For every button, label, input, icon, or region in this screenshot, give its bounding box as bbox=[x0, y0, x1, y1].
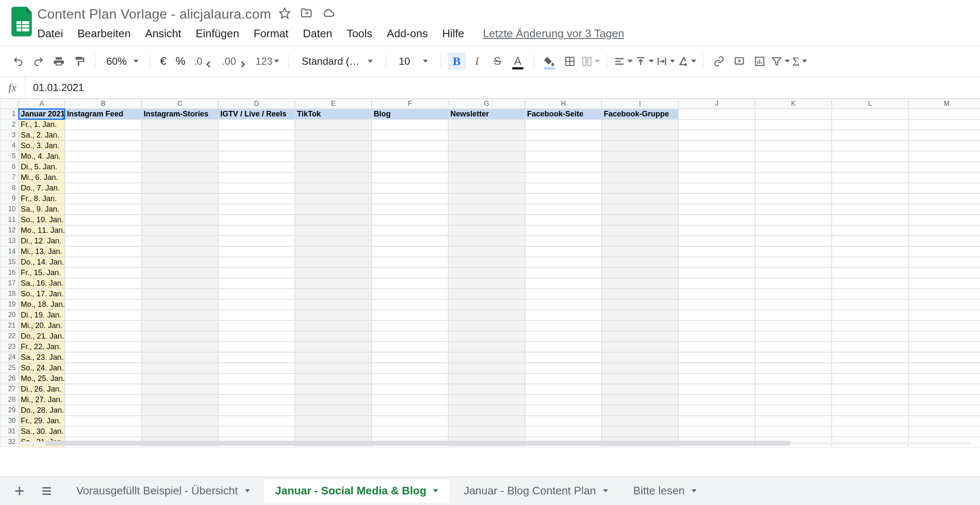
cell[interactable] bbox=[602, 384, 678, 395]
cell[interactable] bbox=[218, 320, 295, 331]
cell[interactable] bbox=[908, 119, 980, 130]
menu-datei[interactable]: Datei bbox=[37, 27, 63, 40]
cell[interactable] bbox=[448, 405, 525, 416]
cell[interactable] bbox=[602, 183, 678, 193]
cell[interactable] bbox=[218, 426, 295, 437]
date-cell[interactable]: Mo., 4. Jan. bbox=[19, 151, 65, 162]
cell[interactable] bbox=[678, 246, 755, 257]
cell[interactable] bbox=[755, 151, 832, 162]
cell[interactable] bbox=[142, 172, 218, 183]
cell[interactable] bbox=[218, 310, 295, 320]
cell[interactable] bbox=[755, 225, 832, 236]
row-header[interactable]: 7 bbox=[0, 172, 19, 182]
cell[interactable] bbox=[602, 215, 678, 225]
cell[interactable] bbox=[295, 373, 372, 384]
date-cell[interactable]: Mi., 6. Jan. bbox=[19, 172, 65, 183]
redo-button[interactable] bbox=[30, 52, 47, 70]
cell[interactable] bbox=[908, 363, 980, 373]
cell[interactable] bbox=[832, 215, 908, 225]
cell[interactable] bbox=[295, 151, 372, 162]
cell[interactable] bbox=[142, 278, 218, 289]
cell[interactable] bbox=[908, 268, 980, 278]
cell[interactable] bbox=[142, 246, 218, 257]
cell[interactable] bbox=[832, 310, 908, 320]
cell[interactable] bbox=[295, 352, 372, 363]
cell[interactable] bbox=[832, 119, 908, 130]
cell[interactable] bbox=[525, 363, 602, 373]
insert-comment-button[interactable] bbox=[730, 52, 748, 70]
cell[interactable] bbox=[755, 405, 832, 416]
cell[interactable] bbox=[832, 130, 908, 141]
cell[interactable] bbox=[448, 310, 525, 320]
header-cell[interactable]: Instagram Feed bbox=[65, 109, 142, 119]
cell[interactable] bbox=[142, 426, 218, 437]
cell[interactable] bbox=[832, 395, 908, 405]
cell[interactable] bbox=[755, 268, 832, 278]
zoom-dropdown[interactable]: 60% bbox=[102, 55, 143, 67]
cell[interactable] bbox=[372, 193, 448, 204]
increase-decimal-button[interactable]: .00 bbox=[219, 52, 250, 70]
cell[interactable] bbox=[602, 119, 678, 130]
column-header[interactable]: E bbox=[295, 99, 372, 109]
functions-button[interactable]: Σ bbox=[792, 52, 807, 70]
cell[interactable] bbox=[295, 215, 372, 225]
date-cell[interactable]: Do., 14. Jan. bbox=[19, 257, 65, 268]
cell[interactable] bbox=[908, 151, 980, 162]
cell[interactable] bbox=[372, 426, 448, 437]
cell[interactable] bbox=[832, 320, 908, 331]
header-cell[interactable] bbox=[832, 109, 908, 119]
cell[interactable] bbox=[295, 405, 372, 416]
cell[interactable] bbox=[142, 162, 218, 172]
cell[interactable] bbox=[525, 310, 602, 320]
cell[interactable] bbox=[65, 204, 142, 215]
move-to-folder-icon[interactable] bbox=[300, 7, 313, 21]
date-cell[interactable]: Mi., 13. Jan. bbox=[19, 246, 65, 257]
row-header[interactable]: 12 bbox=[0, 225, 19, 235]
cell[interactable] bbox=[678, 193, 755, 204]
cell[interactable] bbox=[65, 215, 142, 225]
cell[interactable] bbox=[295, 246, 372, 257]
cell[interactable] bbox=[372, 405, 448, 416]
header-cell[interactable]: Instagram-Stories bbox=[142, 109, 218, 119]
cell[interactable] bbox=[372, 395, 448, 405]
cell[interactable] bbox=[832, 289, 908, 299]
cell[interactable] bbox=[218, 236, 295, 246]
cell[interactable] bbox=[142, 257, 218, 268]
cell[interactable] bbox=[525, 373, 602, 384]
cell[interactable] bbox=[65, 426, 142, 437]
cell[interactable] bbox=[142, 183, 218, 193]
cell[interactable] bbox=[218, 384, 295, 395]
row-header[interactable]: 22 bbox=[0, 331, 19, 341]
date-cell[interactable]: So., 17. Jan. bbox=[19, 289, 65, 299]
cell[interactable] bbox=[372, 225, 448, 236]
sheet-tab[interactable]: Januar - Social Media & Blog bbox=[264, 479, 450, 503]
date-cell[interactable]: So., 3. Jan. bbox=[19, 141, 65, 151]
column-header[interactable]: L bbox=[832, 99, 908, 109]
cell[interactable] bbox=[525, 299, 602, 310]
cell[interactable] bbox=[602, 246, 678, 257]
cell[interactable] bbox=[678, 119, 755, 130]
cell[interactable] bbox=[755, 141, 832, 151]
cell[interactable] bbox=[448, 268, 525, 278]
cell[interactable] bbox=[832, 363, 908, 373]
paint-format-button[interactable] bbox=[70, 52, 88, 70]
cell[interactable] bbox=[525, 331, 602, 342]
cell[interactable] bbox=[525, 151, 602, 162]
cell[interactable] bbox=[832, 331, 908, 342]
cell[interactable] bbox=[678, 236, 755, 246]
cell[interactable] bbox=[755, 215, 832, 225]
cell[interactable] bbox=[372, 246, 448, 257]
cell[interactable] bbox=[372, 416, 448, 426]
cell[interactable] bbox=[142, 384, 218, 395]
merge-cells-button[interactable] bbox=[581, 52, 600, 70]
cell[interactable] bbox=[448, 342, 525, 352]
date-cell[interactable]: Mi., 20. Jan. bbox=[19, 320, 65, 331]
cell[interactable] bbox=[908, 246, 980, 257]
cell[interactable] bbox=[525, 130, 602, 141]
header-cell[interactable] bbox=[755, 109, 832, 119]
cell[interactable] bbox=[602, 395, 678, 405]
row-header[interactable]: 2 bbox=[0, 119, 19, 130]
row-header[interactable]: 18 bbox=[0, 289, 19, 299]
cell[interactable] bbox=[448, 363, 525, 373]
cell[interactable] bbox=[65, 416, 142, 426]
